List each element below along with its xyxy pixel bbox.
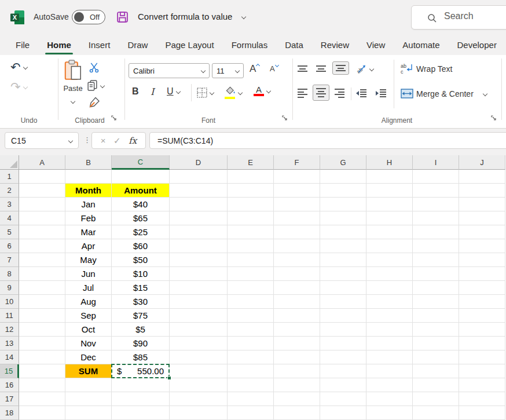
cell-C9[interactable]: $15 bbox=[112, 281, 170, 295]
cell-D16[interactable] bbox=[170, 378, 228, 392]
cell-A6[interactable] bbox=[19, 239, 65, 253]
fill-handle[interactable] bbox=[167, 376, 171, 380]
cell-E4[interactable] bbox=[228, 211, 274, 225]
column-header-F[interactable]: F bbox=[274, 155, 320, 170]
paste-button[interactable]: Paste bbox=[60, 60, 86, 105]
cell-F10[interactable] bbox=[274, 295, 320, 309]
decrease-font-size-button[interactable]: A bbox=[270, 64, 278, 73]
cell-B11[interactable]: Sep bbox=[65, 309, 112, 323]
cell-D17[interactable] bbox=[170, 392, 228, 406]
cell-F3[interactable] bbox=[274, 198, 320, 211]
cell-E12[interactable] bbox=[228, 323, 274, 337]
tab-view[interactable]: View bbox=[358, 35, 394, 55]
cell-D13[interactable] bbox=[170, 337, 228, 350]
cell-C8[interactable]: $10 bbox=[112, 267, 170, 281]
cell-B13[interactable]: Nov bbox=[65, 337, 112, 350]
cell-F1[interactable] bbox=[274, 170, 320, 184]
merge-center-button[interactable]: Merge & Center bbox=[401, 89, 487, 98]
cell-J11[interactable] bbox=[459, 309, 505, 323]
cell-D8[interactable] bbox=[170, 267, 228, 281]
chevron-down-icon[interactable] bbox=[238, 90, 243, 94]
cell-A15[interactable] bbox=[19, 364, 65, 378]
cell-F11[interactable] bbox=[274, 309, 320, 323]
bottom-align-button[interactable] bbox=[332, 61, 349, 75]
cell-I1[interactable] bbox=[413, 170, 459, 184]
cell-C14[interactable]: $85 bbox=[112, 350, 170, 364]
row-header-18[interactable]: 18 bbox=[0, 406, 19, 420]
row-header-17[interactable]: 17 bbox=[0, 392, 19, 406]
row-header-1[interactable]: 1 bbox=[0, 170, 19, 184]
cell-E5[interactable] bbox=[228, 225, 274, 239]
enter-icon[interactable]: ✓ bbox=[113, 136, 121, 146]
cell-G14[interactable] bbox=[320, 350, 366, 364]
cell-G1[interactable] bbox=[320, 170, 366, 184]
cell-G3[interactable] bbox=[320, 198, 366, 211]
cell-A4[interactable] bbox=[19, 211, 65, 225]
cell-B4[interactable]: Feb bbox=[65, 211, 112, 225]
cell-G4[interactable] bbox=[320, 211, 366, 225]
search-box[interactable] bbox=[411, 5, 506, 30]
cell-E11[interactable] bbox=[228, 309, 274, 323]
cell-D1[interactable] bbox=[170, 170, 228, 184]
cell-J14[interactable] bbox=[459, 350, 505, 364]
cell-H15[interactable] bbox=[366, 364, 413, 378]
row-header-4[interactable]: 4 bbox=[0, 211, 19, 225]
cell-A11[interactable] bbox=[19, 309, 65, 323]
cell-I6[interactable] bbox=[413, 239, 459, 253]
cell-J10[interactable] bbox=[459, 295, 505, 309]
cell-F16[interactable] bbox=[274, 378, 320, 392]
cell-I12[interactable] bbox=[413, 323, 459, 337]
row-header-5[interactable]: 5 bbox=[0, 225, 19, 239]
cell-E13[interactable] bbox=[228, 337, 274, 350]
cell-J3[interactable] bbox=[459, 198, 505, 211]
row-header-6[interactable]: 6 bbox=[0, 239, 19, 253]
cell-D9[interactable] bbox=[170, 281, 228, 295]
cell-D12[interactable] bbox=[170, 323, 228, 337]
cell-F7[interactable] bbox=[274, 253, 320, 267]
cell-G9[interactable] bbox=[320, 281, 366, 295]
cell-A7[interactable] bbox=[19, 253, 65, 267]
undo-button[interactable]: ↶ bbox=[10, 61, 27, 73]
cell-C1[interactable] bbox=[112, 170, 170, 184]
cell-E18[interactable] bbox=[228, 406, 274, 420]
increase-font-size-button[interactable]: A bbox=[250, 63, 259, 75]
alignment-dialog-launcher-icon[interactable] bbox=[491, 114, 497, 124]
cell-J6[interactable] bbox=[459, 239, 505, 253]
cancel-icon[interactable]: × bbox=[101, 136, 106, 145]
column-header-D[interactable]: D bbox=[170, 155, 228, 170]
cell-I2[interactable] bbox=[413, 184, 459, 198]
font-dialog-launcher-icon[interactable] bbox=[282, 114, 288, 124]
cell-J1[interactable] bbox=[459, 170, 505, 184]
tab-data[interactable]: Data bbox=[276, 35, 312, 55]
chevron-down-icon[interactable] bbox=[369, 67, 374, 71]
cell-C18[interactable] bbox=[112, 406, 170, 420]
middle-align-button[interactable] bbox=[316, 65, 326, 72]
wrap-text-button[interactable]: ab c Wrap Text bbox=[401, 63, 453, 75]
cell-B3[interactable]: Jan bbox=[65, 198, 112, 211]
cell-A10[interactable] bbox=[19, 295, 65, 309]
cell-I17[interactable] bbox=[413, 392, 459, 406]
cell-I18[interactable] bbox=[413, 406, 459, 420]
cell-H18[interactable] bbox=[366, 406, 413, 420]
cut-button[interactable] bbox=[89, 62, 100, 73]
cell-C7[interactable]: $50 bbox=[112, 253, 170, 267]
cell-C2[interactable]: Amount bbox=[112, 184, 170, 198]
cell-J5[interactable] bbox=[459, 225, 505, 239]
cell-G6[interactable] bbox=[320, 239, 366, 253]
chevron-down-icon[interactable] bbox=[241, 14, 246, 19]
chevron-down-icon[interactable] bbox=[266, 88, 271, 93]
cell-F6[interactable] bbox=[274, 239, 320, 253]
cell-E1[interactable] bbox=[228, 170, 274, 184]
cell-D10[interactable] bbox=[170, 295, 228, 309]
cell-G17[interactable] bbox=[320, 392, 366, 406]
cell-A1[interactable] bbox=[19, 170, 65, 184]
decrease-indent-button[interactable] bbox=[355, 89, 367, 98]
cell-E8[interactable] bbox=[228, 267, 274, 281]
column-header-E[interactable]: E bbox=[228, 155, 274, 170]
cell-H11[interactable] bbox=[366, 309, 413, 323]
cell-J7[interactable] bbox=[459, 253, 505, 267]
tab-file[interactable]: File bbox=[7, 35, 38, 55]
tab-draw[interactable]: Draw bbox=[119, 35, 156, 55]
cell-F12[interactable] bbox=[274, 323, 320, 337]
cell-A5[interactable] bbox=[19, 225, 65, 239]
